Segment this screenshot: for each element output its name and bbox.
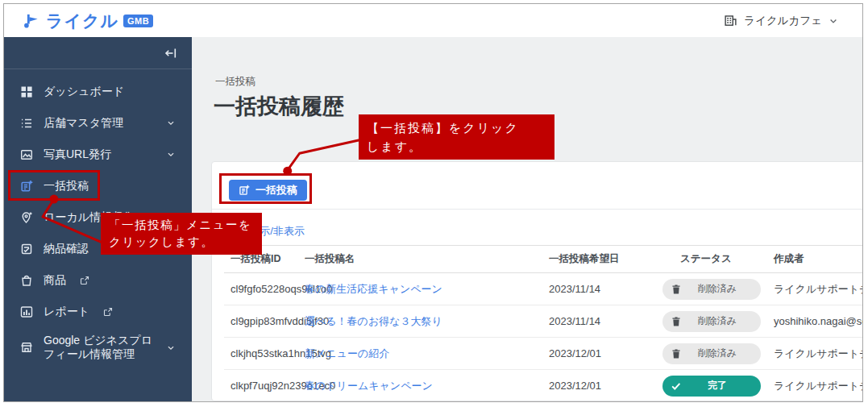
creator-cell: yoshihiko.nagai@so-t xyxy=(761,315,863,327)
status-cell: 完了 xyxy=(662,376,761,397)
status-badge: 削除済み xyxy=(662,279,761,300)
bulk-post-date: 2023/11/14 xyxy=(549,283,662,295)
bulk-post-date: 2023/12/01 xyxy=(549,380,662,392)
table-row: clkpf7uqj92n239o1ec0春のドリームキャンペーン2023/12/… xyxy=(224,370,863,402)
app-window: ライクル GMB ライクルカフェ ダッシュボード店舗マスタ管理写真URL発行一括… xyxy=(3,3,863,402)
status-badge: 完了 xyxy=(662,376,761,397)
creator-cell: ライクルサポートチーム xyxy=(761,282,863,297)
clipboard-check-icon xyxy=(20,243,33,255)
external-link-icon xyxy=(78,276,91,285)
sidebar-item-label: 店舗マスタ管理 xyxy=(44,116,123,131)
table-row: cl9fgfo5228oqs9kl1o0春の新生活応援キャンペーン2023/11… xyxy=(224,273,863,305)
column-header: 一括投稿希望日 xyxy=(549,252,662,266)
app-logo: ライクル GMB xyxy=(20,10,153,32)
status-badge: 削除済み xyxy=(662,343,761,364)
trash-icon xyxy=(671,316,682,327)
sidebar-item-dashboard[interactable]: ダッシュボード xyxy=(4,76,192,107)
sidebar-item-photo-url[interactable]: 写真URL発行 xyxy=(4,139,192,170)
sidebar-item-label: 一括投稿 xyxy=(44,179,89,193)
sidebar-item-store-master[interactable]: 店舗マスタ管理 xyxy=(4,107,192,139)
bulk-post-icon xyxy=(20,180,33,193)
bag-icon xyxy=(20,274,33,287)
bulk-post-id: cl9gpip83mfvddi5jf30 xyxy=(224,315,305,327)
sidebar-item-label: 写真URL発行 xyxy=(44,147,111,162)
sidebar-item-google-profile[interactable]: Google ビジネスプロフィール情報管理 xyxy=(4,327,192,368)
bar-chart-icon xyxy=(20,305,33,318)
button-callout-line: します。 xyxy=(367,137,546,156)
bulk-post-id: clkpf7uqj92n239o1ec0 xyxy=(224,380,305,392)
column-header: ステータス xyxy=(662,252,761,266)
button-callout-line: 【一括投稿】をクリック xyxy=(367,118,546,137)
chevron-down-icon xyxy=(164,343,177,352)
app-header: ライクル GMB ライクルカフェ xyxy=(4,4,862,37)
breadcrumb: 一括投稿 xyxy=(215,75,255,89)
sidebar-top-bar xyxy=(4,37,192,69)
button-callout: 【一括投稿】をクリック します。 xyxy=(359,114,554,160)
status-label: 削除済み xyxy=(682,282,753,296)
dashboard-icon xyxy=(20,85,33,98)
status-label: 削除済み xyxy=(682,314,753,328)
bulk-post-date: 2023/11/14 xyxy=(549,315,662,327)
column-header: 一括投稿名 xyxy=(305,252,549,266)
table-header-row: 一括投稿ID一括投稿名一括投稿希望日ステータス作成者 xyxy=(224,245,863,273)
bulk-post-date: 2023/12/01 xyxy=(549,347,662,359)
chevron-down-icon xyxy=(829,16,838,26)
menu-callout: 「一括投稿」メニューを クリックします。 xyxy=(101,213,262,255)
account-name: ライクルカフェ xyxy=(744,14,822,28)
bulk-post-icon xyxy=(239,185,250,196)
bulk-post-button-label: 一括投稿 xyxy=(255,183,297,197)
bulk-post-name-cell: 春の新生活応援キャンペーン xyxy=(305,282,549,297)
trash-icon xyxy=(671,348,682,359)
sidebar-item-label: レポート xyxy=(44,305,89,319)
pin-icon xyxy=(20,211,33,224)
card-divider xyxy=(212,209,863,210)
bulk-post-name-link[interactable]: 春のドリームキャンペーン xyxy=(305,380,433,392)
menu-callout-line: クリックします。 xyxy=(109,234,254,251)
sidebar-item-label: 商品 xyxy=(44,273,66,288)
status-cell: 削除済み xyxy=(662,311,761,332)
column-header: 作成者 xyxy=(761,252,863,266)
creator-cell: ライクルサポートチーム xyxy=(761,347,863,361)
collapse-left-icon[interactable] xyxy=(164,47,177,60)
sidebar-item-label: 納品確認 xyxy=(44,242,89,256)
trash-icon xyxy=(671,284,682,295)
status-label: 削除済み xyxy=(682,347,753,360)
bulk-post-history-card: 一括投稿 列の表示/非表示 一括投稿ID一括投稿名一括投稿希望日ステータス作成者… xyxy=(211,161,863,401)
building-icon xyxy=(724,14,737,27)
sidebar-item-label: Google ビジネスプロフィール情報管理 xyxy=(44,334,154,362)
sidebar-item-bulk-post[interactable]: 一括投稿 xyxy=(4,170,192,201)
bulk-post-id: cl9fgfo5228oqs9kl1o0 xyxy=(224,283,305,295)
chevron-down-icon xyxy=(164,150,177,159)
lycle-logo-icon xyxy=(20,10,41,31)
menu-callout-line: 「一括投稿」メニューを xyxy=(109,217,254,234)
bulk-post-name-cell: 春のドリームキャンペーン xyxy=(305,379,549,393)
logo-gmb-badge: GMB xyxy=(123,15,153,27)
status-label: 完了 xyxy=(682,379,753,392)
bulk-post-name-link[interactable]: 選べる！春のお得な３大祭り xyxy=(305,315,442,327)
bulk-post-name-cell: 選べる！春のお得な３大祭り xyxy=(305,314,549,329)
chevron-down-icon xyxy=(164,118,177,127)
status-cell: 削除済み xyxy=(662,343,761,364)
main-content: 一括投稿 一括投稿履歴 一括投稿 列の表示/非表示 一括投稿ID一括投稿名一括投… xyxy=(192,37,862,401)
list-icon xyxy=(20,117,33,130)
photo-icon xyxy=(20,148,33,161)
table-row: cl9gpip83mfvddi5jf30選べる！春のお得な３大祭り2023/11… xyxy=(224,305,863,338)
bulk-post-name-cell: 新メニューの紹介 xyxy=(305,347,549,361)
bulk-post-button[interactable]: 一括投稿 xyxy=(229,180,307,201)
sidebar-item-report[interactable]: レポート xyxy=(4,296,192,327)
status-badge: 削除済み xyxy=(662,311,761,332)
table-body: cl9fgfo5228oqs9kl1o0春の新生活応援キャンペーン2023/11… xyxy=(224,273,863,402)
check-icon xyxy=(671,380,682,392)
storefront-icon xyxy=(20,341,33,354)
creator-cell: ライクルサポートチーム xyxy=(761,379,863,393)
bulk-post-table: 一括投稿ID一括投稿名一括投稿希望日ステータス作成者 cl9fgfo5228oq… xyxy=(224,245,863,402)
account-selector[interactable]: ライクルカフェ xyxy=(724,14,838,28)
bulk-post-id: clkjhq53stka1hn15tvg xyxy=(224,347,305,359)
sidebar-item-product[interactable]: 商品 xyxy=(4,264,192,296)
logo-text: ライクル xyxy=(46,10,118,32)
status-cell: 削除済み xyxy=(662,279,761,300)
bulk-post-name-link[interactable]: 新メニューの紹介 xyxy=(305,347,389,359)
table-row: clkjhq53stka1hn15tvg新メニューの紹介2023/12/01削除… xyxy=(224,338,863,370)
external-link-icon xyxy=(102,307,114,317)
bulk-post-name-link[interactable]: 春の新生活応援キャンペーン xyxy=(305,283,442,295)
